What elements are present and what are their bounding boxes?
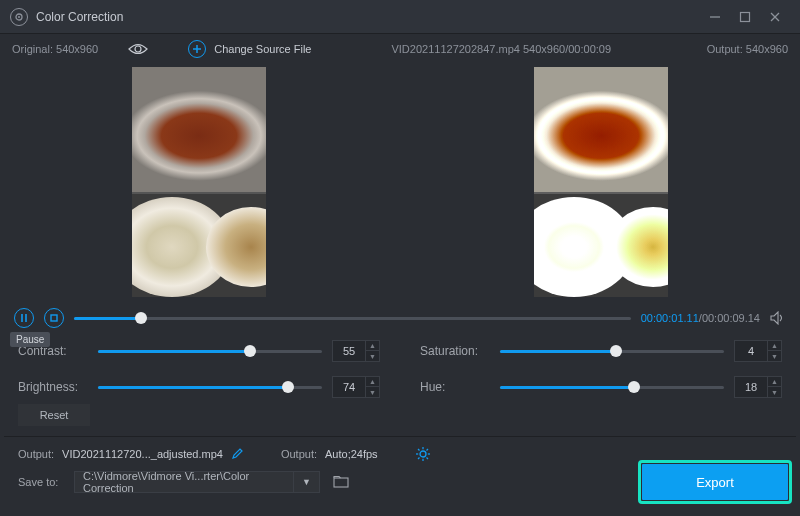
brightness-row: Brightness: 74▲▼ <box>18 376 380 398</box>
hue-slider[interactable] <box>500 378 724 396</box>
output-settings-value: Auto;24fps <box>325 448 378 460</box>
change-source-link[interactable]: Change Source File <box>214 43 311 55</box>
volume-icon[interactable] <box>770 311 786 325</box>
reset-button[interactable]: Reset <box>18 404 90 426</box>
contrast-row: Contrast: 55▲▼ <box>18 340 380 362</box>
output-file-name: VID2021112720..._adjusted.mp4 <box>62 448 223 460</box>
output-settings-label: Output: <box>281 448 317 460</box>
svg-point-6 <box>135 46 141 52</box>
source-file-info: VID20211127202847.mp4 540x960/00:00:09 <box>391 43 611 55</box>
saturation-slider[interactable] <box>500 342 724 360</box>
window-title: Color Correction <box>36 10 123 24</box>
svg-line-17 <box>418 449 420 451</box>
preview-row <box>0 64 800 300</box>
contrast-slider[interactable] <box>98 342 322 360</box>
stop-button[interactable] <box>44 308 64 328</box>
save-to-label: Save to: <box>18 476 74 488</box>
add-source-icon[interactable] <box>188 40 206 58</box>
spinner-up-icon: ▲ <box>768 341 781 351</box>
hue-spinner[interactable]: 18▲▼ <box>734 376 782 398</box>
maximize-button[interactable] <box>730 3 760 31</box>
spinner-up-icon: ▲ <box>768 377 781 387</box>
adjusted-preview <box>534 67 668 297</box>
svg-rect-21 <box>334 478 348 487</box>
pause-button[interactable] <box>14 308 34 328</box>
rename-icon[interactable] <box>231 448 243 460</box>
brightness-spinner[interactable]: 74▲▼ <box>332 376 380 398</box>
spinner-down-icon: ▼ <box>366 387 379 397</box>
hue-row: Hue: 18▲▼ <box>420 376 782 398</box>
original-preview <box>132 67 266 297</box>
output-dimensions-label: Output: 540x960 <box>707 43 788 55</box>
total-time: 00:00:09.14 <box>702 312 760 324</box>
output-settings-icon[interactable] <box>416 447 430 461</box>
spinner-up-icon: ▲ <box>366 341 379 351</box>
save-path-dropdown[interactable]: ▼ <box>294 471 320 493</box>
spinner-down-icon: ▼ <box>768 351 781 361</box>
pause-tooltip: Pause <box>10 332 50 347</box>
output-file-label: Output: <box>18 448 54 460</box>
spinner-up-icon: ▲ <box>366 377 379 387</box>
open-folder-button[interactable] <box>328 471 354 493</box>
svg-point-1 <box>18 16 20 18</box>
brightness-label: Brightness: <box>18 380 88 394</box>
svg-line-18 <box>426 458 428 460</box>
svg-point-12 <box>420 451 426 457</box>
spinner-down-icon: ▼ <box>366 351 379 361</box>
svg-rect-3 <box>741 12 750 21</box>
output-file-row: Output: VID2021112720..._adjusted.mp4 Ou… <box>0 437 800 467</box>
svg-line-19 <box>426 449 428 451</box>
spinner-down-icon: ▼ <box>768 387 781 397</box>
playback-controls: 00:00:01.11/00:00:09.14 <box>0 300 800 332</box>
saturation-label: Saturation: <box>420 344 490 358</box>
svg-rect-11 <box>51 315 57 321</box>
app-icon <box>10 8 28 26</box>
seek-slider[interactable] <box>74 308 631 328</box>
brightness-slider[interactable] <box>98 378 322 396</box>
minimize-button[interactable] <box>700 3 730 31</box>
save-path-field[interactable]: C:\Vidmore\Vidmore Vi...rter\Color Corre… <box>74 471 294 493</box>
timecode: 00:00:01.11/00:00:09.14 <box>641 312 760 324</box>
close-button[interactable] <box>760 3 790 31</box>
saturation-spinner[interactable]: 4▲▼ <box>734 340 782 362</box>
original-dimensions-label: Original: 540x960 <box>12 43 98 55</box>
adjustment-sliders: Contrast: 55▲▼ Saturation: 4▲▼ Brightnes… <box>0 332 800 404</box>
svg-line-20 <box>418 458 420 460</box>
contrast-spinner[interactable]: 55▲▼ <box>332 340 380 362</box>
saturation-row: Saturation: 4▲▼ <box>420 340 782 362</box>
current-time: 00:00:01.11 <box>641 312 699 324</box>
info-toolbar: Original: 540x960 Change Source File VID… <box>0 34 800 64</box>
toggle-preview-icon[interactable] <box>128 42 148 56</box>
titlebar: Color Correction <box>0 0 800 34</box>
hue-label: Hue: <box>420 380 490 394</box>
export-button[interactable]: Export <box>642 464 788 500</box>
